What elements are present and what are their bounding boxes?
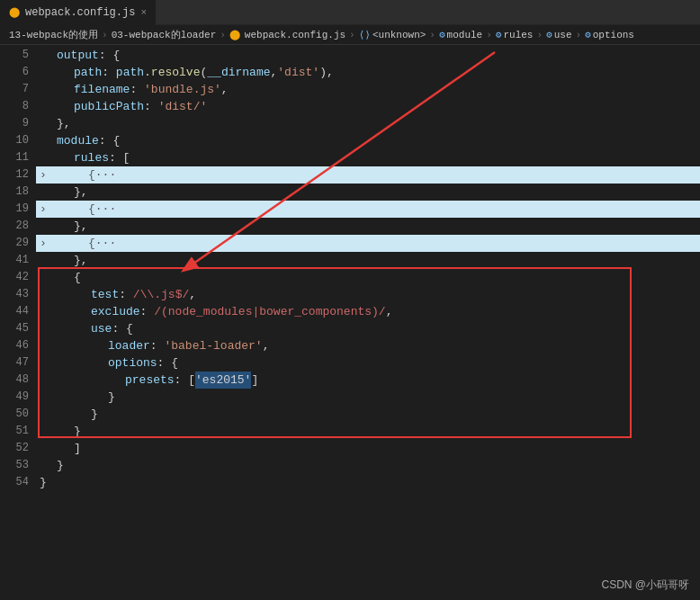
ln-28: 28 xyxy=(0,218,29,235)
code-line-53: } xyxy=(36,457,700,474)
bc-unknown: ⟨⟩ xyxy=(359,29,371,40)
code-line-49: } xyxy=(36,389,700,406)
code-line-8: publicPath: 'dist/' xyxy=(36,98,700,115)
line-numbers-col: 5 6 7 8 9 10 11 12 18 19 28 29 41 42 43 … xyxy=(0,45,36,600)
editor: 5 6 7 8 9 10 11 12 18 19 28 29 41 42 43 … xyxy=(0,45,700,600)
bc-sep4: › xyxy=(429,30,435,40)
bc-module: module xyxy=(447,30,483,40)
code-line-19: › {··· xyxy=(36,201,700,218)
bc-options-icon: ⚙ xyxy=(585,29,591,40)
code-line-52: ] xyxy=(36,440,700,457)
code-line-5: output: { xyxy=(36,47,700,64)
bc-rules-icon: ⚙ xyxy=(496,29,502,40)
bc-filename: webpack.config.js xyxy=(245,30,346,40)
code-line-47: options: { xyxy=(36,354,700,372)
ln-49: 49 xyxy=(0,389,29,406)
ln-47: 47 xyxy=(0,354,29,372)
file-tab[interactable]: ⬤ webpack.config.js × xyxy=(0,0,157,25)
ln-51: 51 xyxy=(0,423,29,440)
code-line-29: › {··· xyxy=(36,235,700,252)
bc-sep2: › xyxy=(220,30,226,40)
ln-46: 46 xyxy=(0,337,29,354)
ln-8: 8 xyxy=(0,98,29,115)
code-line-7: filename: 'bundle.js', xyxy=(36,81,700,98)
ln-48: 48 xyxy=(0,372,29,389)
code-line-11: rules: [ xyxy=(36,149,700,166)
ln-45: 45 xyxy=(0,320,29,337)
bc-sep7: › xyxy=(576,30,582,40)
code-line-45: use: { xyxy=(36,320,700,337)
bc-options: options xyxy=(593,30,634,40)
ln-5: 5 xyxy=(0,47,29,64)
code-line-46: loader: 'babel-loader', xyxy=(36,337,700,354)
code-line-12: › {··· xyxy=(36,166,700,184)
watermark: CSDN @小码哥呀 xyxy=(601,578,689,593)
code-line-10: module: { xyxy=(36,132,700,149)
bc-sep3: › xyxy=(349,30,355,40)
breadcrumb: 13-webpack的使用 › 03-webpack的loader › ⬤ we… xyxy=(0,25,700,45)
ln-53: 53 xyxy=(0,457,29,474)
tab-label: webpack.config.js xyxy=(25,6,135,19)
ln-10: 10 xyxy=(0,132,29,149)
code-line-44: exclude: /(node_modules|bower_components… xyxy=(36,303,700,320)
bc-module-icon: ⚙ xyxy=(439,29,445,40)
bc-folder1: 13-webpack的使用 xyxy=(9,28,98,41)
ln-6: 6 xyxy=(0,64,29,81)
ln-9: 9 xyxy=(0,115,29,132)
ln-42: 42 xyxy=(0,269,29,286)
code-line-9: }, xyxy=(36,115,700,132)
ln-41: 41 xyxy=(0,252,29,269)
ln-18: 18 xyxy=(0,184,29,201)
tab-file-icon: ⬤ xyxy=(9,6,20,18)
code-line-54: } xyxy=(36,474,700,491)
ln-7: 7 xyxy=(0,81,29,98)
ln-54: 54 xyxy=(0,474,29,491)
ln-29: 29 xyxy=(0,235,29,252)
ln-43: 43 xyxy=(0,286,29,303)
code-line-6: path: path.resolve(__dirname,'dist'), xyxy=(36,64,700,81)
bc-file: ⬤ xyxy=(229,29,240,40)
bc-use-icon: ⚙ xyxy=(546,29,552,40)
code-line-18: }, xyxy=(36,184,700,201)
bc-sep6: › xyxy=(536,30,543,40)
bc-use: use xyxy=(554,30,572,40)
code-line-41: }, xyxy=(36,252,700,269)
code-line-51: } xyxy=(36,423,700,440)
ln-11: 11 xyxy=(0,149,29,166)
ln-19: 19 xyxy=(0,201,29,218)
code-line-43: test: /\\.js$/, xyxy=(36,286,700,303)
code-line-42: { xyxy=(36,269,700,286)
tab-bar: ⬤ webpack.config.js × xyxy=(0,0,700,25)
bc-folder2: 03-webpack的loader xyxy=(112,28,217,41)
code-area: output: { path: path.resolve(__dirname,'… xyxy=(36,45,700,600)
code-line-28: }, xyxy=(36,218,700,235)
bc-unknown-label: <unknown> xyxy=(372,30,426,40)
tab-close[interactable]: × xyxy=(140,7,147,18)
bc-sep1: › xyxy=(102,30,108,40)
code-line-50: } xyxy=(36,406,700,423)
ln-44: 44 xyxy=(0,303,29,320)
ln-52: 52 xyxy=(0,440,29,457)
ln-12: 12 xyxy=(0,166,29,184)
bc-rules: rules xyxy=(503,30,533,40)
ln-50: 50 xyxy=(0,406,29,423)
code-line-48: presets: ['es2015'] xyxy=(36,372,700,389)
bc-sep5: › xyxy=(486,30,492,40)
